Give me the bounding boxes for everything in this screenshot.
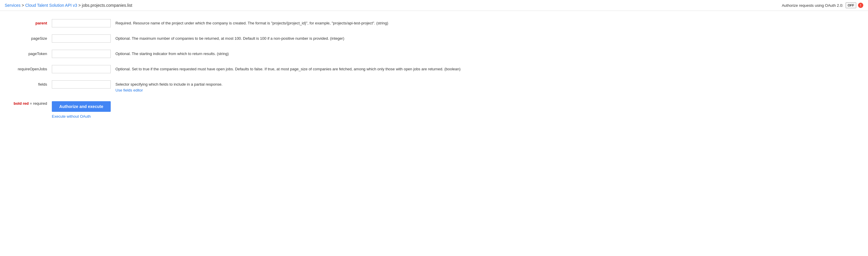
bold-red-text: bold red — [13, 101, 29, 106]
breadcrumb-sep1: > — [22, 3, 25, 8]
breadcrumb-sep2: > — [78, 3, 82, 8]
field-description-requireopenjobs: Optional. Set to true if the companies r… — [116, 65, 863, 72]
footer-buttons: Authorize and execute Execute without OA… — [52, 101, 111, 119]
execute-without-oauth-link[interactable]: Execute without OAuth — [52, 114, 111, 119]
legend-label: bold red = required — [5, 101, 52, 106]
field-description-pagetoken: Optional. The starting indicator from wh… — [116, 50, 863, 57]
use-fields-editor-link[interactable]: Use fields editor — [116, 87, 863, 93]
field-input-container-pagesize — [52, 34, 111, 43]
field-input-container-fields — [52, 80, 111, 89]
field-input-parent[interactable] — [52, 19, 111, 27]
oauth-label: Authorize requests using OAuth 2.0: — [782, 3, 843, 8]
field-row-pagetoken: pageToken Optional. The starting indicat… — [0, 46, 868, 62]
field-input-container-requireopenjobs — [52, 65, 111, 73]
field-input-container-parent — [52, 19, 111, 27]
breadcrumb-api-link[interactable]: Cloud Talent Solution API v3 — [25, 3, 77, 8]
field-label-pagesize: pageSize — [5, 34, 52, 41]
oauth-section: Authorize requests using OAuth 2.0: OFF … — [782, 2, 863, 8]
field-description-fields-text: Selector specifying which fields to incl… — [116, 82, 222, 87]
oauth-toggle-switch[interactable]: OFF — [846, 2, 856, 8]
field-label-requireopenjobs: requireOpenJobs — [5, 65, 52, 71]
toggle-off-label: OFF — [846, 3, 856, 8]
breadcrumb-method: jobs.projects.companies.list — [82, 3, 132, 8]
field-row-pagesize: pageSize Optional. The maximum number of… — [0, 31, 868, 46]
toggle-icon: ! — [860, 4, 861, 7]
field-label-parent: parent — [5, 19, 52, 25]
field-description-pagesize: Optional. The maximum number of companie… — [116, 34, 863, 41]
top-bar: Services > Cloud Talent Solution API v3 … — [0, 0, 868, 11]
field-label-pagetoken: pageToken — [5, 50, 52, 56]
field-input-container-pagetoken — [52, 50, 111, 58]
breadcrumb: Services > Cloud Talent Solution API v3 … — [5, 3, 132, 8]
oauth-toggle-container[interactable]: OFF ! — [846, 2, 863, 8]
field-input-requireopenjobs[interactable] — [52, 65, 111, 73]
field-row-requireopenjobs: requireOpenJobs Optional. Set to true if… — [0, 62, 868, 77]
breadcrumb-services-link[interactable]: Services — [5, 3, 21, 8]
field-input-pagesize[interactable] — [52, 34, 111, 43]
main-content: parent Required. Resource name of the pr… — [0, 11, 868, 128]
field-input-fields[interactable] — [52, 80, 111, 89]
field-description-fields: Selector specifying which fields to incl… — [116, 80, 863, 93]
field-row-parent: parent Required. Resource name of the pr… — [0, 15, 868, 31]
field-row-fields: fields Selector specifying which fields … — [0, 77, 868, 97]
field-label-fields: fields — [5, 80, 52, 87]
authorize-execute-button[interactable]: Authorize and execute — [52, 101, 111, 112]
field-input-pagetoken[interactable] — [52, 50, 111, 58]
equals-required-text: = required — [30, 101, 47, 106]
field-description-parent: Required. Resource name of the project u… — [116, 19, 863, 26]
oauth-toggle-indicator[interactable]: ! — [858, 3, 863, 8]
footer-row: bold red = required Authorize and execut… — [0, 97, 868, 123]
